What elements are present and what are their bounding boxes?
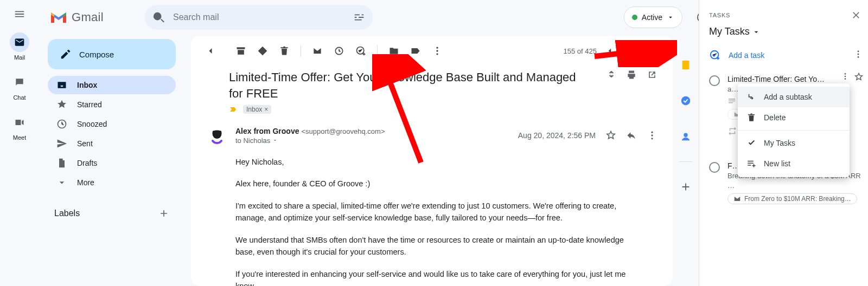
ctx-delete[interactable]: Delete (738, 107, 850, 128)
star-message-button[interactable] (605, 130, 616, 141)
svg-point-15 (436, 50, 438, 51)
mail-unread-icon (312, 46, 323, 56)
rail-mail[interactable]: Mail (10, 32, 29, 61)
rail-label: Meet (13, 134, 26, 141)
tune-icon[interactable] (353, 11, 365, 23)
nav-label: Inbox (77, 81, 97, 89)
notes-icon[interactable] (727, 97, 736, 106)
sidepanel-add[interactable] (675, 176, 697, 198)
task-complete-toggle[interactable] (709, 162, 720, 173)
add-label-button[interactable] (158, 208, 169, 219)
sender-avatar[interactable] (206, 125, 228, 146)
nav-inbox[interactable]: Inbox (48, 76, 176, 94)
compose-button[interactable]: Compose (48, 39, 176, 69)
print-button[interactable] (626, 69, 637, 80)
tasks-list-selector[interactable]: My Tasks (709, 26, 865, 37)
rail-meet[interactable]: Meet (10, 113, 29, 141)
back-button[interactable] (200, 40, 221, 62)
plus-icon (158, 208, 169, 219)
plus-icon (680, 181, 692, 193)
svg-point-19 (651, 132, 653, 133)
nav-starred[interactable]: Starred (48, 95, 176, 114)
snooze-button[interactable] (328, 40, 350, 62)
search-input[interactable] (172, 12, 346, 23)
tasks-close-button[interactable] (847, 6, 865, 24)
tasks-list-options-button[interactable] (852, 49, 865, 59)
nav-label: More (77, 178, 94, 187)
ctx-add-subtask[interactable]: Add a subtask (738, 87, 850, 107)
svg-rect-22 (682, 61, 690, 70)
clock-icon (56, 119, 67, 129)
recipient-line[interactable]: to Nicholas (235, 136, 270, 145)
chip-label: From Zero to $10M ARR: Breaking… (744, 195, 851, 203)
add-to-tasks-button[interactable] (350, 40, 372, 62)
search-bar[interactable] (145, 5, 373, 30)
nav-snoozed[interactable]: Snoozed (48, 115, 176, 133)
nav-sent[interactable]: Sent (48, 134, 176, 153)
spam-icon (257, 46, 268, 56)
svg-point-32 (845, 78, 846, 80)
chevron-down-icon (56, 177, 67, 188)
inbox-chip[interactable]: Inbox× (243, 105, 271, 114)
ctx-my-tasks[interactable]: My Tasks (738, 133, 850, 153)
more-vert-icon (841, 72, 850, 81)
arrow-left-icon (205, 46, 216, 56)
ctx-new-list[interactable]: New list (738, 153, 850, 174)
chevron-down-icon[interactable] (272, 138, 278, 143)
spam-button[interactable] (252, 40, 273, 62)
ctx-label: Delete (764, 113, 786, 122)
mark-unread-button[interactable] (307, 40, 328, 62)
delete-button[interactable] (273, 40, 295, 62)
rail-label: Chat (13, 94, 25, 101)
chevron-down-icon (667, 14, 674, 21)
more-vert-icon (432, 46, 443, 56)
rail-chat[interactable]: Chat (10, 73, 29, 101)
compose-label: Compose (79, 50, 114, 59)
star-outline-icon (854, 72, 864, 82)
reply-button[interactable] (626, 130, 637, 141)
tasks-list-name: My Tasks (709, 26, 750, 37)
body-line: Alex here, founder & CEO of Groove :) (235, 178, 638, 190)
nav-more[interactable]: More (48, 173, 176, 192)
star-outline-icon (605, 130, 616, 141)
main-menu-button[interactable] (13, 8, 26, 21)
annotation-arrow-2 (590, 40, 677, 67)
status-chip[interactable]: Active (624, 6, 682, 28)
keep-icon (680, 59, 692, 71)
body-line: I'm excited to share a special, limited-… (235, 200, 638, 224)
arrow-drop-down-icon (752, 28, 761, 36)
repeat-icon[interactable] (727, 126, 737, 136)
nav-drafts[interactable]: Drafts (48, 154, 176, 172)
ctx-label: Add a subtask (764, 93, 812, 101)
chip-remove-icon[interactable]: × (264, 106, 268, 113)
task-source-email-chip[interactable]: From Zero to $10M ARR: Breaking… (727, 193, 857, 204)
svg-point-28 (858, 56, 859, 58)
reply-icon (626, 130, 637, 141)
more-vert-icon (853, 49, 863, 59)
svg-point-21 (651, 138, 653, 139)
task-star-button[interactable] (854, 72, 864, 82)
add-task-button[interactable]: Add a task (709, 49, 764, 61)
chip-label: Inbox (246, 106, 262, 113)
inbox-icon (56, 80, 67, 90)
message-body: Hey Nicholas, Alex here, founder & CEO o… (191, 146, 673, 286)
gmail-logo-icon (50, 11, 67, 24)
archive-button[interactable] (230, 40, 252, 62)
tasks-icon (680, 95, 692, 107)
sidepanel-tasks[interactable] (675, 90, 697, 112)
sidepanel-keep[interactable] (675, 54, 697, 76)
gmail-logo[interactable]: Gmail (50, 10, 104, 24)
importance-marker-icon[interactable] (229, 105, 238, 114)
message-more-button[interactable] (647, 130, 658, 141)
task-complete-toggle[interactable] (709, 75, 720, 86)
open-new-window-button[interactable] (647, 69, 658, 80)
message-date: Aug 20, 2024, 2:56 PM (518, 131, 596, 140)
message-pane: 155 of 425 Limited-Time Offer: Get Your … (191, 36, 673, 286)
sidepanel-contacts[interactable] (675, 126, 697, 147)
tasks-panel: TASKS My Tasks Add a task Limited-Time O… (699, 0, 868, 286)
ctx-label: New list (764, 159, 790, 168)
collapse-all-button[interactable] (607, 69, 616, 79)
close-icon (851, 10, 861, 20)
task-item-options-button[interactable] (841, 72, 850, 81)
star-icon (56, 99, 67, 110)
